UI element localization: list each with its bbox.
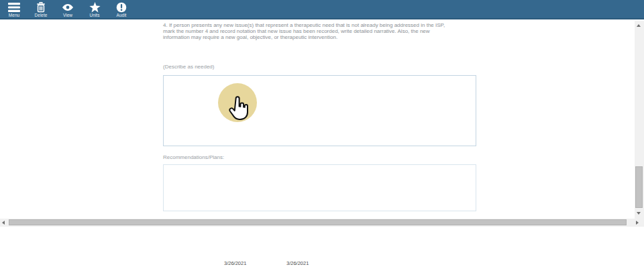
- star-icon: [89, 1, 101, 13]
- scroll-left-button[interactable]: [2, 221, 5, 225]
- describe-textarea[interactable]: [163, 75, 476, 146]
- toolbar-label-view: View: [63, 13, 72, 18]
- hand-pointer-cursor: [227, 96, 250, 125]
- scroll-right-button[interactable]: [636, 221, 639, 225]
- chevron-up-icon: [637, 24, 641, 27]
- signature-date: 3/26/2021: [224, 260, 246, 266]
- toolbar-button-menu[interactable]: Menu: [1, 0, 27, 18]
- toolbar-button-view[interactable]: View: [55, 0, 80, 18]
- horizontal-scroll-thumb[interactable]: [9, 219, 627, 225]
- scroll-up-button[interactable]: [637, 24, 641, 27]
- instruction-line: information may require a new goal, obje…: [163, 35, 485, 41]
- recommendations-textarea[interactable]: [163, 164, 476, 211]
- toolbar-label-audit: Audit: [117, 13, 127, 18]
- recommendations-label: Recommendations/Plans:: [163, 154, 224, 160]
- chevron-right-icon: [636, 221, 639, 225]
- toolbar-label-menu: Menu: [9, 13, 19, 18]
- instruction-paragraph: 4. If person presents any new issue(s) t…: [163, 23, 485, 40]
- toolbar-button-audit[interactable]: Audit: [109, 0, 134, 18]
- toolbar-label-delete: Delete: [35, 13, 48, 18]
- alert-icon: [116, 1, 127, 13]
- eye-icon: [62, 1, 74, 13]
- hamburger-icon: [8, 1, 20, 13]
- toolbar-label-units: Units: [90, 13, 100, 18]
- chevron-down-icon: [637, 212, 641, 215]
- toolbar-button-units[interactable]: Units: [82, 0, 107, 18]
- signature-date: 3/26/2021: [286, 260, 309, 266]
- toolbar: Menu Delete View: [0, 0, 644, 19]
- toolbar-button-delete[interactable]: Delete: [28, 0, 54, 18]
- vertical-scrollbar[interactable]: [635, 21, 644, 219]
- vertical-scroll-thumb[interactable]: [635, 166, 643, 208]
- chevron-left-icon: [2, 221, 5, 225]
- horizontal-scrollbar[interactable]: [0, 219, 644, 227]
- describe-as-needed-label: (Describe as needed): [163, 64, 214, 70]
- trash-icon: [36, 1, 46, 13]
- scroll-down-button[interactable]: [637, 212, 641, 215]
